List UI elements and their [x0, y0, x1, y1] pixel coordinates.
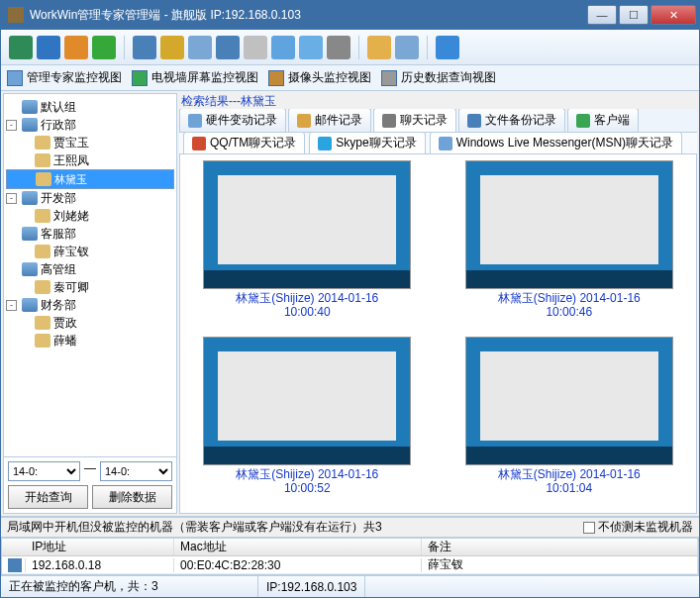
user-icon: [35, 136, 50, 150]
thumbnail-item[interactable]: 林黛玉(Shijize) 2014-01-1610:00:46: [449, 160, 691, 331]
user-icon: [35, 153, 50, 167]
thumbnail-grid: 林黛玉(Shijize) 2014-01-1610:00:40 林黛玉(Shij…: [179, 154, 697, 514]
qq-icon: [192, 137, 206, 150]
thumbnail-item[interactable]: 林黛玉(Shijize) 2014-01-1610:00:52: [186, 337, 429, 507]
collapse-icon[interactable]: -: [6, 193, 17, 204]
unmonitored-table: IP地址 Mac地址 备注 192.168.0.18 00:E0:4C:B2:2…: [1, 538, 699, 575]
toolbar-icon-4[interactable]: [92, 36, 116, 59]
view-camera[interactable]: 摄像头监控视图: [268, 69, 371, 86]
checkbox-icon: [583, 522, 595, 534]
group-tree[interactable]: 默认组 -行政部 贾宝玉 王熙凤 林黛玉 -开发部 刘姥姥 客服部 薛宝钗 高管…: [4, 94, 176, 456]
group-icon: [22, 227, 38, 241]
monitor-icon: [7, 70, 23, 86]
app-icon: [8, 7, 24, 23]
user-icon: [35, 209, 50, 223]
group-icon: [22, 298, 38, 312]
time-to-select[interactable]: 14-0:: [100, 461, 172, 481]
history-icon: [381, 70, 397, 86]
bottom-panel: 局域网中开机但没被监控的机器（需装客户端或客户端没有在运行）共3 不侦测未监视机…: [1, 516, 699, 575]
toolbar-icon-3[interactable]: [64, 36, 88, 59]
tab-client[interactable]: 客户端: [567, 109, 639, 132]
group-icon: [22, 118, 38, 132]
maximize-button[interactable]: ☐: [619, 5, 649, 25]
toolbar-icon-8[interactable]: [216, 36, 240, 59]
collapse-icon[interactable]: -: [6, 300, 17, 311]
title-bar: WorkWin管理专家管理端 - 旗舰版 IP:192.168.0.103 — …: [0, 0, 700, 30]
user-icon: [36, 172, 51, 186]
toolbar-icon-11[interactable]: [299, 36, 323, 59]
backup-icon: [467, 114, 481, 128]
group-icon: [22, 262, 38, 276]
delete-button[interactable]: 删除数据: [92, 485, 172, 509]
toolbar-icon-6[interactable]: [160, 36, 184, 59]
col-mac[interactable]: Mac地址: [174, 539, 422, 555]
toolbar-icon-help[interactable]: [436, 36, 459, 59]
minimize-button[interactable]: —: [587, 5, 617, 25]
screenshot-thumb: [203, 337, 411, 465]
status-clients: 正在被监控的客户机，共：3: [1, 576, 258, 597]
user-icon: [35, 280, 50, 294]
hardware-icon: [188, 114, 202, 128]
view-tvwall[interactable]: 电视墙屏幕监控视图: [132, 69, 258, 86]
thumbnail-item[interactable]: 林黛玉(Shijize) 2014-01-1610:01:04: [449, 337, 691, 507]
toolbar-icon-7[interactable]: [188, 36, 212, 59]
toolbar-icon-10[interactable]: [271, 36, 295, 59]
view-history[interactable]: 历史数据查询视图: [381, 69, 496, 86]
window-title: WorkWin管理专家管理端 - 旗舰版 IP:192.168.0.103: [30, 7, 585, 24]
mail-icon: [297, 114, 311, 128]
right-panel: 检索结果---林黛玉 硬件变动记录 邮件记录 聊天记录 文件备份记录 客户端 Q…: [179, 93, 697, 514]
thumbnail-item[interactable]: 林黛玉(Shijize) 2014-01-1610:00:40: [186, 160, 429, 331]
status-ip: IP:192.168.0.103: [258, 576, 365, 597]
group-icon: [22, 191, 38, 205]
toolbar-icon-12[interactable]: [327, 36, 350, 59]
client-icon: [576, 114, 590, 128]
tree-selected[interactable]: 林黛玉: [6, 169, 174, 189]
collapse-icon[interactable]: -: [6, 120, 17, 131]
screenshot-thumb: [465, 337, 673, 465]
view-toolbar: 管理专家监控视图 电视墙屏幕监控视图 摄像头监控视图 历史数据查询视图: [1, 65, 699, 91]
chat-icon: [382, 114, 396, 128]
tab-hardware[interactable]: 硬件变动记录: [179, 109, 286, 132]
view-manage[interactable]: 管理专家监控视图: [7, 69, 122, 86]
user-icon: [35, 334, 50, 348]
skype-icon: [318, 137, 332, 150]
table-row[interactable]: 192.168.0.18 00:E0:4C:B2:28:30 薛宝钗: [2, 556, 698, 574]
tvwall-icon: [132, 70, 148, 86]
toolbar-icon-14[interactable]: [395, 36, 419, 59]
user-icon: [35, 245, 50, 258]
chat-subtabs: QQ/TM聊天记录 Skype聊天记录 Windows Live Messeng…: [179, 133, 697, 154]
subtab-skype[interactable]: Skype聊天记录: [309, 133, 425, 154]
subtab-qq[interactable]: QQ/TM聊天记录: [183, 133, 305, 154]
camera-icon: [268, 70, 284, 86]
search-result-label: 检索结果---林黛玉: [179, 93, 697, 109]
toolbar-icon-2[interactable]: [37, 36, 60, 59]
screenshot-thumb: [203, 160, 411, 289]
pc-icon: [8, 558, 22, 572]
screenshot-thumb: [465, 160, 673, 289]
subtab-msn[interactable]: Windows Live Messenger(MSN)聊天记录: [430, 133, 682, 154]
main-toolbar: [1, 30, 699, 65]
time-from-select[interactable]: 14-0:: [8, 461, 80, 481]
msn-icon: [439, 137, 452, 150]
group-icon: [22, 100, 38, 114]
tab-mail[interactable]: 邮件记录: [288, 109, 371, 132]
col-remark[interactable]: 备注: [422, 539, 698, 555]
status-bar: 正在被监控的客户机，共：3 IP:192.168.0.103: [1, 575, 699, 597]
toolbar-icon-5[interactable]: [133, 36, 156, 59]
tab-backup[interactable]: 文件备份记录: [458, 109, 565, 132]
left-panel: 默认组 -行政部 贾宝玉 王熙凤 林黛玉 -开发部 刘姥姥 客服部 薛宝钗 高管…: [3, 93, 177, 514]
toolbar-icon-9[interactable]: [244, 36, 267, 59]
toolbar-icon-1[interactable]: [9, 36, 33, 59]
query-button[interactable]: 开始查询: [8, 485, 88, 509]
unmonitored-label: 局域网中开机但没被监控的机器（需装客户端或客户端没有在运行）共3: [7, 519, 382, 536]
no-detect-checkbox[interactable]: 不侦测未监视机器: [583, 519, 693, 536]
tab-chat[interactable]: 聊天记录: [373, 109, 456, 132]
toolbar-icon-13[interactable]: [367, 36, 391, 59]
user-icon: [35, 316, 50, 330]
close-button[interactable]: ✕: [650, 5, 696, 25]
record-tabs: 硬件变动记录 邮件记录 聊天记录 文件备份记录 客户端: [179, 109, 697, 133]
col-ip[interactable]: IP地址: [26, 539, 174, 555]
